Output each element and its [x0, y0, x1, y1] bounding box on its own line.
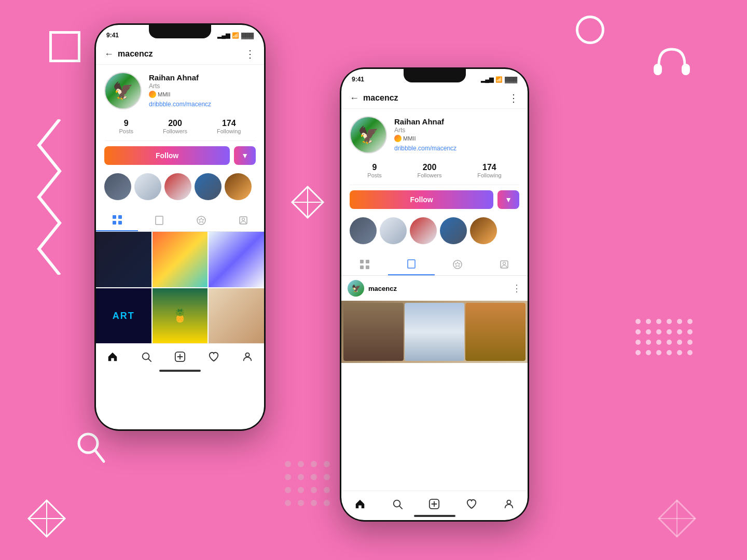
story-2-5[interactable] — [470, 217, 497, 244]
svg-point-35 — [311, 474, 317, 480]
svg-point-23 — [635, 350, 641, 355]
svg-point-7 — [656, 319, 661, 324]
app-header-2: ← macencz ⋮ — [341, 88, 528, 109]
username-header-2: macencz — [363, 93, 398, 103]
svg-point-10 — [687, 319, 693, 324]
story-3[interactable] — [164, 173, 191, 200]
svg-rect-56 — [118, 221, 122, 225]
follow-button-1[interactable]: Follow — [104, 146, 230, 165]
story-2-2[interactable] — [380, 217, 407, 244]
nav-search-2[interactable] — [385, 495, 409, 513]
svg-point-16 — [687, 329, 693, 334]
nav-add-2[interactable] — [422, 495, 446, 513]
nav-home-2[interactable] — [348, 495, 372, 513]
back-button-2[interactable]: ← — [350, 93, 359, 104]
story-5[interactable] — [225, 173, 252, 200]
svg-point-38 — [298, 487, 304, 493]
stat-following-2[interactable]: 174 Following — [477, 163, 501, 178]
book-icon-2 — [406, 259, 417, 269]
story-2-4[interactable] — [440, 217, 467, 244]
story-2[interactable] — [134, 173, 161, 200]
bottom-nav-2 — [341, 491, 528, 515]
story-4[interactable] — [195, 173, 222, 200]
svg-rect-70 — [360, 265, 364, 269]
tab-grid-2[interactable] — [341, 254, 388, 275]
photo-cell-2[interactable] — [153, 232, 208, 287]
svg-point-14 — [667, 329, 672, 334]
svg-point-19 — [656, 340, 661, 345]
follow-dropdown-2[interactable]: ▼ — [497, 190, 519, 209]
tab-star-1[interactable] — [180, 209, 222, 231]
add-icon-1 — [174, 351, 186, 362]
tab-person-2[interactable] — [481, 254, 528, 275]
story-2-3[interactable] — [410, 217, 437, 244]
signal-icon: ▂▄▆ — [217, 32, 230, 39]
photo-cell-1[interactable] — [96, 232, 151, 287]
avatar-2 — [350, 116, 387, 153]
follow-dropdown-1[interactable]: ▼ — [234, 146, 256, 165]
photo-cell-4[interactable]: ART — [96, 288, 151, 344]
svg-point-36 — [324, 474, 330, 480]
stat-followers-2[interactable]: 200 Followers — [417, 163, 441, 178]
nav-search-1[interactable] — [134, 348, 158, 366]
back-button-1[interactable]: ← — [104, 49, 114, 60]
star-icon-2 — [452, 259, 463, 270]
svg-rect-54 — [118, 215, 122, 219]
svg-point-30 — [298, 461, 304, 467]
svg-point-31 — [311, 461, 317, 467]
nav-add-1[interactable] — [168, 348, 192, 366]
nav-home-1[interactable] — [101, 348, 125, 366]
svg-point-27 — [677, 350, 682, 355]
photo-cell-6[interactable] — [209, 288, 264, 344]
profile-name-2: Raihan Ahnaf — [394, 117, 519, 126]
stories-row-2 — [350, 213, 519, 248]
svg-marker-50 — [659, 500, 695, 537]
svg-point-76 — [503, 262, 506, 265]
svg-point-13 — [656, 329, 661, 334]
svg-point-45 — [79, 434, 98, 453]
tab-star-2[interactable] — [435, 254, 481, 275]
svg-point-34 — [298, 474, 304, 480]
nav-profile-2[interactable] — [497, 495, 521, 513]
photo-cell-5[interactable]: 🍍 — [153, 288, 208, 344]
photo-cell-3[interactable] — [209, 232, 264, 287]
svg-point-42 — [298, 500, 304, 506]
post-more-2[interactable]: ⋮ — [512, 283, 521, 294]
profile-link-2[interactable]: dribbble.com/macencz — [394, 145, 457, 152]
svg-point-9 — [677, 319, 682, 324]
post-panel-3 — [465, 303, 525, 361]
status-time-1: 9:41 — [106, 32, 119, 39]
tab-book-1[interactable] — [138, 209, 180, 231]
home-icon-1 — [107, 351, 118, 362]
avatar-1 — [104, 72, 142, 109]
svg-point-15 — [677, 329, 682, 334]
svg-point-6 — [646, 319, 651, 324]
profile-link-1[interactable]: dribbble.com/macencz — [149, 101, 211, 108]
svg-point-61 — [242, 218, 244, 221]
grid-icon-1 — [112, 215, 122, 225]
post-username-2: macencz — [368, 285, 397, 292]
battery-icon-2: ▓▓▓ — [505, 76, 517, 82]
signal-icon-2: ▂▄▆ — [481, 76, 493, 83]
svg-point-26 — [667, 350, 672, 355]
home-bar-2 — [414, 515, 455, 517]
svg-point-24 — [646, 350, 651, 355]
tab-grid-1[interactable] — [96, 209, 138, 231]
nav-heart-1[interactable] — [202, 348, 226, 366]
nav-profile-1[interactable] — [236, 348, 259, 366]
more-button-2[interactable]: ⋮ — [508, 92, 519, 104]
nav-heart-2[interactable] — [460, 495, 483, 513]
wifi-icon: 📶 — [232, 32, 239, 39]
post-panel-1 — [343, 303, 404, 361]
stat-followers-1[interactable]: 200 Followers — [163, 119, 187, 134]
profile-section-1: Raihan Ahnaf Arts MMII dribbble.com/mace… — [96, 65, 264, 209]
tab-book-2[interactable] — [388, 254, 435, 275]
person-icon-1 — [238, 215, 248, 226]
wifi-icon-2: 📶 — [495, 76, 503, 83]
story-1[interactable] — [104, 173, 131, 200]
follow-button-2[interactable]: Follow — [350, 190, 493, 209]
more-button-1[interactable]: ⋮ — [245, 48, 256, 60]
stat-following-1[interactable]: 174 Following — [217, 119, 241, 134]
story-2-1[interactable] — [350, 217, 377, 244]
tab-person-1[interactable] — [222, 209, 264, 231]
